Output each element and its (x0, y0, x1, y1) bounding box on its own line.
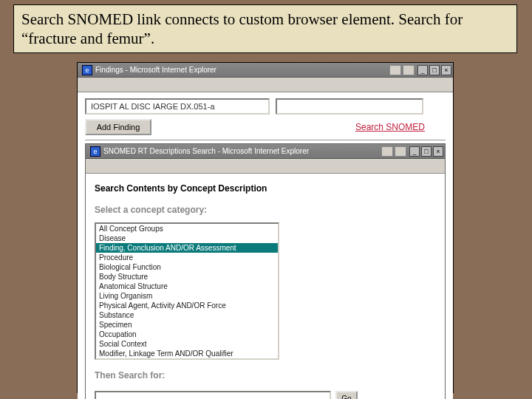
category-option[interactable]: Physical Agent, Activity AND/OR Force (96, 301, 278, 310)
search-snomed-link[interactable]: Search SNOMED (355, 122, 425, 132)
inner-toolbar (86, 159, 445, 174)
category-option[interactable]: Social Context (96, 339, 278, 349)
select-category-label: Select a concept category: (95, 205, 436, 215)
category-option[interactable]: Occupation (96, 330, 278, 339)
category-option[interactable]: Modifier, Linkage Term AND/OR Qualifier (96, 349, 278, 358)
add-finding-button[interactable]: Add Finding (85, 119, 151, 135)
separator (85, 140, 446, 140)
inner-window-title: SNOMED RT Descriptions Search - Microsof… (103, 147, 309, 155)
inner-body: Search Contents by Concept Description S… (86, 174, 445, 399)
category-option[interactable]: Finding, Conclusion AND/OR Assessment (96, 243, 278, 253)
category-option[interactable]: Biological Function (96, 262, 278, 272)
secondary-field[interactable] (276, 98, 423, 115)
ie-icon: e (82, 65, 92, 75)
caption-text: Search SNOMED link connects to custom br… (21, 10, 463, 47)
then-search-label: Then Search for: (95, 370, 436, 381)
inner-titlebar: e SNOMED RT Descriptions Search - Micros… (86, 144, 445, 159)
category-option[interactable]: Disease (96, 233, 278, 243)
outer-body: IOSPIT AL DISC IARGE DX.051-a Add Findin… (78, 92, 453, 399)
diagnosis-field[interactable]: IOSPIT AL DISC IARGE DX.051-a (85, 98, 270, 115)
search-by-prefix: Search Contents by (95, 183, 180, 194)
ie-icon: e (90, 146, 100, 157)
category-option[interactable]: Anatomical Structure (96, 282, 278, 291)
outer-toolbar (78, 78, 453, 92)
minimize-icon[interactable]: _ (417, 65, 428, 75)
category-option[interactable]: Body Structure (96, 272, 278, 282)
toolbar-icon (381, 146, 393, 157)
toolbar-icon (389, 65, 401, 75)
slide-caption: Search SNOMED link connects to custom br… (13, 4, 517, 53)
toolbar-icon (403, 65, 415, 75)
maximize-icon[interactable]: □ (421, 146, 432, 157)
close-icon[interactable]: × (433, 146, 443, 157)
outer-titlebar: e Findings - Microsoft Internet Explorer… (78, 63, 453, 78)
category-option[interactable]: All Concept Groups (96, 224, 278, 233)
screenshot-region: e Findings - Microsoft Internet Explorer… (77, 62, 454, 393)
category-option[interactable]: Procedure (96, 253, 278, 262)
category-option[interactable]: Specimen (96, 320, 278, 330)
search-contents-label: Search Contents by Concept Description (95, 181, 436, 194)
go-button[interactable]: Go (335, 391, 358, 399)
category-option[interactable]: Substance (96, 310, 278, 320)
inner-titlebar-extra (381, 146, 406, 157)
outer-window-title: Findings - Microsoft Internet Explorer (95, 66, 216, 74)
toolbar-icon (395, 146, 406, 157)
search-by-concept: Concept Description (180, 183, 267, 194)
close-icon[interactable]: × (441, 65, 451, 75)
search-input[interactable] (95, 391, 331, 399)
category-listbox[interactable]: All Concept GroupsDiseaseFinding, Conclu… (95, 222, 279, 360)
inner-window: e SNOMED RT Descriptions Search - Micros… (85, 143, 446, 399)
outer-titlebar-extra (389, 65, 415, 75)
category-option[interactable]: Living Organism (96, 291, 278, 301)
diagnosis-value: IOSPIT AL DISC IARGE DX.051-a (91, 102, 215, 111)
minimize-icon[interactable]: _ (409, 146, 420, 157)
maximize-icon[interactable]: □ (429, 65, 440, 75)
